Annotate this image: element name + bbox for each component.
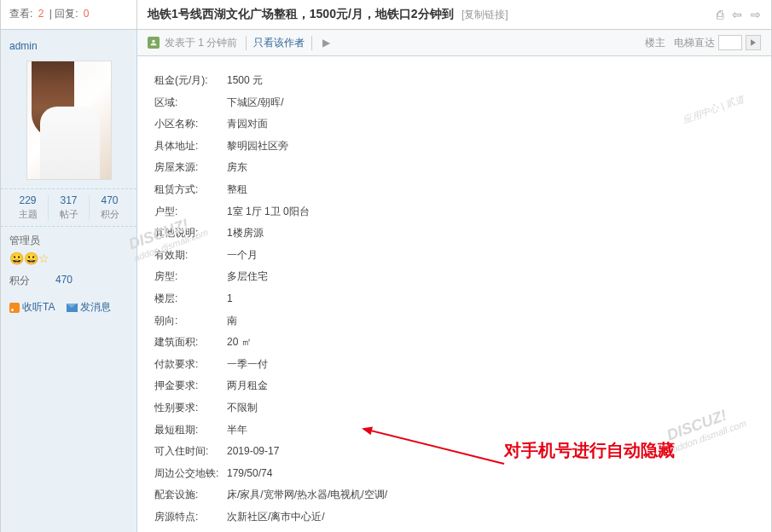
info-label: 小区名称: [154,115,227,134]
badge-star-icon: ☆ [38,252,49,265]
print-icon[interactable]: ⎙ [717,8,723,21]
info-label: 性别要求: [154,399,227,418]
info-label: 租金(元/月): [154,72,227,90]
message-link[interactable]: 发消息 [67,300,111,315]
info-value: 179/50/74 [227,465,272,483]
info-row: 房源特点:次新社区/离市中心近/ [154,506,754,529]
replies-label: 回复: [55,8,78,20]
info-row: 租赁方式:整租 [154,179,754,201]
info-row: 押金要求:两月租金 [154,375,754,397]
user-role: 管理员 [1,227,136,252]
info-label: 建筑面积: [154,333,227,352]
info-row: 租金(元/月):1500 元 [154,70,754,92]
info-value: 整租 [227,181,247,200]
info-label: 可入住时间: [154,442,227,461]
user-avatar[interactable] [26,61,112,180]
play-icon[interactable]: ▶ [322,37,330,49]
elevator-go-button[interactable] [746,35,761,50]
meta-left: 发表于 1 分钟前 只看该作者 ▶ [148,36,330,50]
listen-link[interactable]: 收听TA [9,300,55,315]
replies-count: 0 [84,8,90,20]
info-row: 有效期:一个月 [154,245,754,267]
info-value: 2019-09-17 [227,442,279,461]
info-value: 1楼房源 [227,224,264,243]
info-label: 房型: [154,268,227,286]
badge-smile-icon: 😀 [24,252,38,265]
info-value: 20 ㎡ [227,333,252,352]
info-row: 其他说明:1楼房源 [154,223,754,245]
badge-smile-icon: 😀 [9,252,24,265]
info-value: 南 [227,312,237,331]
info-row: 付款要求:一季一付 [154,354,754,376]
top-action-icons: ⎙ ⇦ ⇨ [717,8,761,21]
info-value: 半年 [227,421,247,440]
post-meta-bar: 发表于 1 分钟前 只看该作者 ▶ 楼主 电梯直达 [137,30,771,56]
info-row: 联系方式:135****9987 [154,528,754,532]
info-value: 1500 元 [227,72,263,90]
top-bar: 查看: 2 | 回复: 0 地铁1号线西湖文化广场整租，1500元/月，地铁口2… [1,0,771,30]
info-label: 租赁方式: [154,181,227,200]
title-row: 地铁1号线西湖文化广场整租，1500元/月，地铁口2分钟到 [复制链接] ⎙ ⇦… [137,0,771,29]
views-count: 2 [38,8,44,20]
info-label: 具体地址: [154,137,227,156]
points-value[interactable]: 470 [55,274,73,288]
view-reply-stats: 查看: 2 | 回复: 0 [1,0,137,29]
info-row: 性别要求:不限制 [154,397,754,419]
points-label: 积分 [9,274,30,288]
post-title: 地铁1号线西湖文化广场整租，1500元/月，地铁口2分钟到 [148,7,454,20]
info-label: 朝向: [154,312,227,331]
info-row: 楼层:1 [154,288,754,310]
info-row: 配套设施:床/家具/宽带网/热水器/电视机/空调/ [154,484,754,506]
info-label: 押金要求: [154,377,227,396]
info-value: 房东 [227,159,247,177]
info-row: 房屋来源:房东 [154,157,754,179]
elevator-label: 电梯直达 [674,36,715,50]
stat-points[interactable]: 470 积分 [89,194,130,221]
info-label: 周边公交地铁: [154,465,227,483]
copy-link[interactable]: [复制链接] [461,9,508,20]
info-value: 不限制 [227,399,258,418]
rss-icon [9,303,20,313]
posted-time: 发表于 1 分钟前 [165,36,237,50]
user-sidebar: admin 229 主题 317 帖子 470 积分 管理员 😀😀☆ [1,30,137,532]
stat-topics[interactable]: 229 主题 [8,194,48,221]
info-label: 户型: [154,203,227,222]
info-label: 最短租期: [154,421,227,440]
info-row: 最短租期:半年 [154,419,754,442]
info-row: 区域:下城区/朝晖/ [154,92,754,114]
info-row: 具体地址:黎明园社区旁 [154,136,754,158]
info-label: 房屋来源: [154,159,227,177]
prev-icon[interactable]: ⇦ [732,8,742,21]
info-value: 1室 1厅 1卫 0阳台 [227,203,310,222]
stat-posts[interactable]: 317 帖子 [48,194,89,221]
username-link[interactable]: admin [1,30,136,61]
meta-right: 楼主 电梯直达 [645,35,761,50]
post-body: 租金(元/月):1500 元区域:下城区/朝晖/小区名称:青园对面具体地址:黎明… [137,56,771,532]
floor-label[interactable]: 楼主 [645,36,665,50]
views-label: 查看: [9,8,32,20]
info-row: 建筑面积:20 ㎡ [154,332,754,354]
info-value: 一季一付 [227,356,268,374]
next-icon[interactable]: ⇨ [751,8,761,21]
info-value: 黎明园社区旁 [227,137,288,156]
annotation-text: 对手机号进行自动隐藏 [504,439,675,462]
main-area: admin 229 主题 317 帖子 470 积分 管理员 😀😀☆ [1,30,771,532]
info-value: 多层住宅 [227,268,268,286]
info-row: 房型:多层住宅 [154,266,754,288]
info-value: 1 [227,290,233,309]
elevator-input[interactable] [718,35,742,50]
info-label: 其他说明: [154,224,227,243]
info-label: 付款要求: [154,356,227,374]
info-value: 两月租金 [227,377,268,396]
mail-icon [67,304,78,312]
points-row: 积分 470 [1,270,136,295]
info-label: 有效期: [154,246,227,265]
only-author-link[interactable]: 只看该作者 [246,36,312,50]
info-value: 下城区/朝晖/ [227,94,284,113]
info-label: 楼层: [154,290,227,309]
info-row: 周边公交地铁:179/50/74 [154,463,754,485]
info-value: 床/家具/宽带网/热水器/电视机/空调/ [227,486,387,505]
info-value: 次新社区/离市中心近/ [227,508,325,527]
elevator-nav: 电梯直达 [674,35,761,50]
details-list: 租金(元/月):1500 元区域:下城区/朝晖/小区名称:青园对面具体地址:黎明… [154,70,754,532]
